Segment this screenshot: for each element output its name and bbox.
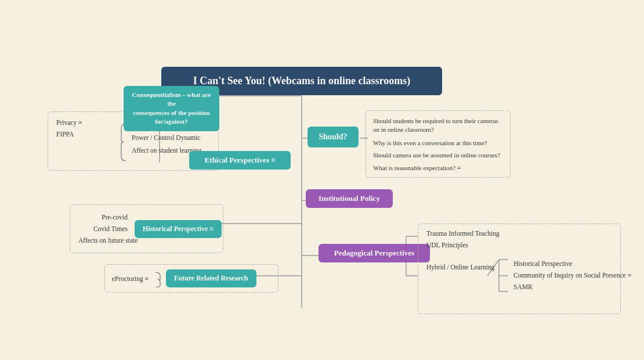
ethical-perspectives-node: Ethical Perspectives ≡	[189, 151, 291, 170]
should-q4: What is reasonable expectation? ≡	[373, 164, 503, 171]
historical-left-box: Pre-covid Covid Times Affects on future …	[70, 204, 223, 253]
institutional-policy-node: Institutional Policy	[306, 189, 393, 208]
power-label: Power / Control Dynamic	[132, 134, 204, 141]
should-q3: Should camera use be assumed in online c…	[373, 151, 503, 160]
should-q2: Why is this even a conversation at this …	[373, 139, 503, 146]
consequentialism-node: Consequentialism – what are theconsequen…	[124, 86, 219, 131]
hybrid-label: Hybrid / Online Learning	[426, 264, 502, 271]
community-label: Community of Inquiry on Social Presence …	[513, 272, 631, 279]
should-node: Should?	[307, 127, 359, 147]
historical-sub-label: Historical Perspective	[513, 260, 631, 267]
covid-times-label: Covid Times	[78, 225, 128, 232]
udl-label: UDL Principles	[426, 242, 502, 249]
should-q1: Should students be required to turn thei…	[373, 117, 503, 135]
privacy-label: Privacy ≡	[56, 119, 114, 126]
should-right-box: Should students be required to turn thei…	[366, 110, 511, 178]
future-research-node: Future Related Research	[166, 269, 256, 287]
future-left-box: eProctoring ≡ Future Related Research	[104, 264, 278, 293]
trauma-label: Trauma Informed Teaching	[426, 230, 502, 237]
historical-perspective-node: Historical Perspective ≡	[135, 220, 222, 238]
pedagogical-right-box: Trauma Informed Teaching UDL Principles …	[418, 224, 621, 314]
affects-label: Affects on future state	[78, 237, 128, 244]
samr-label: SAMR	[513, 283, 631, 290]
pre-covid-label: Pre-covid	[78, 214, 128, 221]
fippa-label: FIPPA	[56, 131, 114, 138]
pedagogical-perspectives-node: Pedagogical Perspectives	[319, 244, 430, 262]
eproctoring-label: eProctoring ≡	[112, 275, 149, 282]
